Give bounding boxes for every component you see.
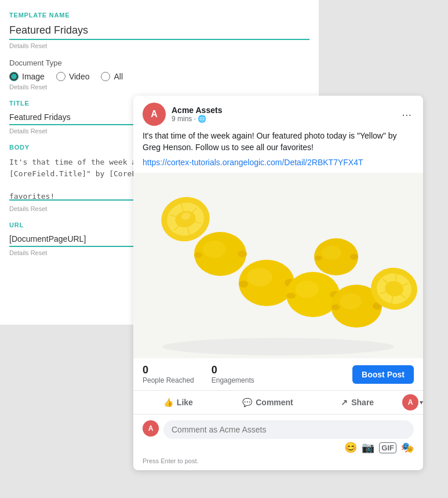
card-image: [133, 173, 423, 358]
like-label: Like: [177, 398, 193, 407]
account-name: Acme Assets: [172, 106, 399, 115]
svg-point-14: [247, 268, 272, 286]
document-type-label: Document Type: [9, 59, 309, 67]
lemon-image-svg: [133, 173, 423, 358]
avatar-small: A: [402, 394, 418, 410]
engagements-label: Engagements: [212, 376, 254, 384]
account-meta: 9 mins · 🌐: [172, 115, 399, 123]
svg-point-33: [350, 254, 358, 260]
engagements-count: 0: [212, 364, 254, 376]
account-info: Acme Assets 9 mins · 🌐: [172, 106, 399, 123]
svg-point-24: [332, 304, 340, 310]
comment-icon: 💬: [242, 398, 252, 407]
document-type-radio-group: Image Video All: [9, 72, 309, 81]
comment-button[interactable]: 💬 Comment: [223, 393, 313, 412]
radio-all-input[interactable]: [101, 72, 110, 81]
like-icon: 👍: [163, 398, 173, 407]
template-name-details-reset: Details Reset: [9, 42, 309, 49]
radio-image-label: Image: [22, 72, 45, 81]
svg-point-18: [296, 281, 319, 298]
template-name-section: TEMPLATE NAME Details Reset: [9, 12, 309, 49]
svg-point-34: [315, 256, 322, 260]
share-button[interactable]: ↗ Share: [312, 393, 402, 412]
people-reached-count: 0: [143, 364, 194, 376]
people-reached-label: People Reached: [143, 376, 194, 384]
comment-row: A 😊 📷 GIF 🎭: [133, 415, 423, 457]
avatar: A: [143, 103, 166, 126]
sticker-button[interactable]: 🎭: [401, 441, 414, 454]
svg-point-11: [238, 250, 247, 257]
more-options-button[interactable]: ···: [399, 106, 414, 123]
social-preview-card: A Acme Assets 9 mins · 🌐 ··· It's that t…: [133, 96, 423, 470]
svg-point-16: [239, 281, 248, 288]
radio-image[interactable]: Image: [9, 72, 45, 81]
comment-input[interactable]: [163, 420, 414, 439]
radio-video-label: Video: [69, 72, 90, 81]
engagements-stat: 0 Engagements: [212, 364, 254, 384]
svg-point-1: [162, 338, 394, 355]
avatar-dropdown[interactable]: A ▾: [402, 394, 423, 410]
card-body-text: It's that time of the week again! Our fe…: [133, 130, 423, 158]
radio-all-label: All: [114, 72, 123, 81]
template-name-input[interactable]: [9, 22, 309, 40]
document-type-section: Document Type Image Video All Details Re…: [9, 59, 309, 90]
avatar-dropdown-arrow: ▾: [420, 398, 423, 406]
action-row: 👍 Like 💬 Comment ↗ Share A ▾: [133, 391, 423, 415]
svg-point-12: [194, 252, 202, 258]
doctype-details-reset: Details Reset: [9, 83, 309, 90]
comment-label: Comment: [256, 398, 293, 407]
people-reached-stat: 0 People Reached: [143, 364, 194, 384]
radio-image-input[interactable]: [9, 72, 19, 81]
emoji-button[interactable]: 😊: [344, 441, 357, 454]
comment-input-wrap: 😊 📷 GIF 🎭: [163, 420, 414, 455]
photo-button[interactable]: 📷: [362, 441, 374, 454]
like-button[interactable]: 👍 Like: [133, 393, 223, 412]
share-icon: ↗: [341, 398, 348, 407]
card-link[interactable]: https://cortex-tutorials.orangelogic.com…: [133, 158, 423, 173]
share-label: Share: [351, 398, 374, 407]
card-header: A Acme Assets 9 mins · 🌐 ···: [133, 96, 423, 130]
comment-icons: 😊 📷 GIF 🎭: [163, 439, 414, 455]
gif-button[interactable]: GIF: [379, 442, 396, 453]
radio-all[interactable]: All: [101, 72, 123, 81]
stats-row: 0 People Reached 0 Engagements Boost Pos…: [133, 358, 423, 391]
radio-video-input[interactable]: [56, 72, 65, 81]
svg-point-22: [340, 293, 362, 310]
svg-point-20: [286, 293, 296, 299]
radio-video[interactable]: Video: [56, 72, 90, 81]
commenter-avatar: A: [143, 420, 159, 437]
template-name-label: TEMPLATE NAME: [9, 12, 309, 19]
press-enter-hint: Press Enter to post.: [133, 457, 423, 470]
svg-point-32: [322, 246, 341, 260]
boost-post-button[interactable]: Boost Post: [352, 365, 414, 384]
svg-point-10: [203, 241, 226, 258]
